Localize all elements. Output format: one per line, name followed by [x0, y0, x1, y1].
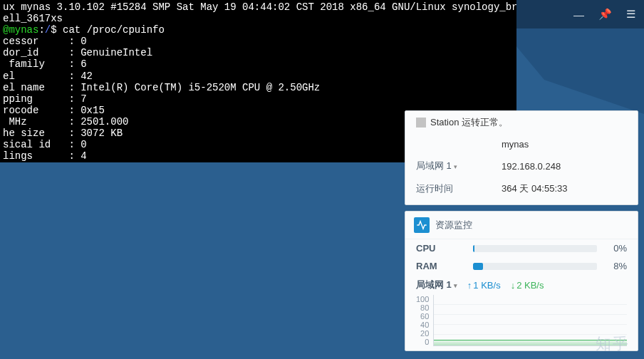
- chart-plot-area: [433, 295, 627, 346]
- hostname-row: mynas: [405, 134, 638, 155]
- cpu-bar: [473, 245, 597, 252]
- uptime-row: 运行时间 364 天 04:55:33: [405, 177, 638, 200]
- terminal-line: ux mynas 3.10.102 #15284 SMP Sat May 19 …: [3, 1, 516, 13]
- uptime-label: 运行时间: [416, 182, 502, 195]
- status-square-icon: [416, 118, 426, 128]
- cpu-label: CPU: [416, 243, 473, 254]
- net-lan-label[interactable]: 局域网 1▾: [416, 279, 457, 291]
- lan-label[interactable]: 局域网 1▾: [416, 160, 502, 172]
- chart-yaxis: 100 80 60 40 20 0: [416, 295, 429, 346]
- terminal-command: cat /proc/cpuinfo: [63, 24, 165, 36]
- station-status-text: Station 运转正常。: [430, 116, 508, 129]
- ram-bar: [473, 263, 597, 270]
- ram-pct: 8%: [606, 261, 627, 271]
- ram-label: RAM: [416, 261, 473, 271]
- activity-icon: [414, 217, 430, 233]
- terminal-prompt-symbol: $: [51, 24, 63, 36]
- chevron-down-icon: ▾: [454, 163, 457, 170]
- pin-icon[interactable]: 📌: [598, 8, 612, 21]
- chevron-down-icon: ▾: [454, 282, 457, 289]
- uptime-value: 364 天 04:55:33: [502, 182, 568, 195]
- terminal-prompt-path: /: [45, 24, 51, 36]
- lan-row: 局域网 1▾ 192.168.0.248: [405, 155, 638, 177]
- ram-row: RAM 8%: [405, 257, 638, 275]
- terminal-prompt-user: @mynas: [3, 24, 38, 36]
- cpu-pct: 0%: [606, 243, 627, 254]
- net-chart: 100 80 60 40 20 0: [405, 295, 638, 346]
- cpu-row: CPU 0%: [405, 239, 638, 257]
- chart-series-area: [434, 340, 627, 345]
- resmon-title: 资源监控: [435, 219, 472, 231]
- station-status-row: Station 运转正常。: [405, 111, 638, 134]
- menu-icon[interactable]: ☰: [626, 8, 635, 21]
- net-down-rate: 2 KB/s: [511, 280, 544, 291]
- terminal-line: ell_3617xs: [3, 13, 63, 24]
- resmon-header: 资源监控: [405, 212, 638, 239]
- minimize-icon[interactable]: —: [573, 9, 584, 21]
- lan-ip-value: 192.168.0.248: [502, 161, 561, 172]
- net-row: 局域网 1▾ 1 KB/s 2 KB/s: [405, 275, 638, 295]
- resource-monitor-panel: 资源监控 CPU 0% RAM 8% 局域网 1▾ 1 KB/s 2 KB/s …: [405, 211, 638, 351]
- net-up-rate: 1 KB/s: [467, 280, 501, 291]
- decorative-background: [502, 28, 644, 114]
- side-panels: Station 运转正常。 mynas 局域网 1▾ 192.168.0.248…: [405, 110, 638, 351]
- hostname-value: mynas: [502, 139, 529, 150]
- system-info-panel: Station 运转正常。 mynas 局域网 1▾ 192.168.0.248…: [405, 110, 638, 205]
